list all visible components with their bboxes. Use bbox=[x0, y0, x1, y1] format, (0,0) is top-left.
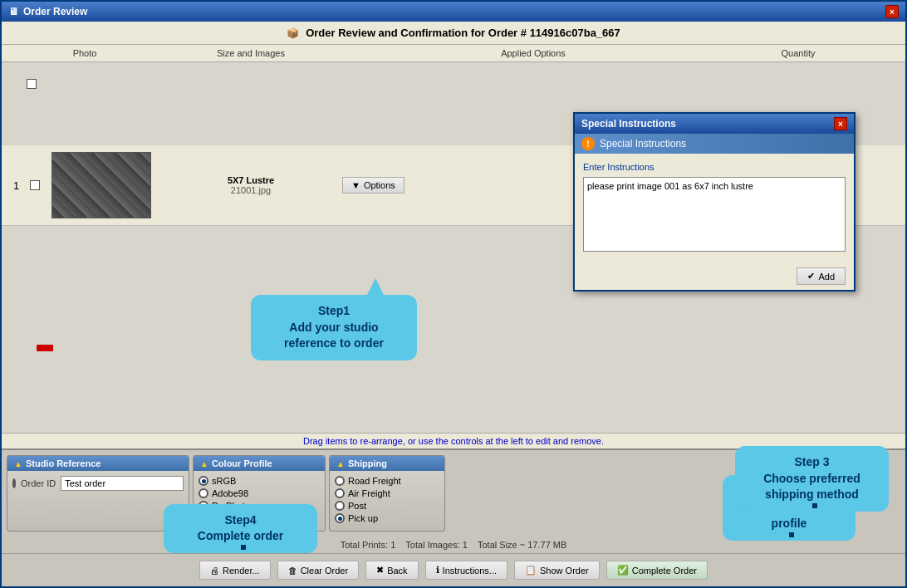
clear-order-button[interactable]: 🗑 Clear Order bbox=[277, 561, 359, 580]
options-button-label: Options bbox=[364, 180, 395, 190]
air-freight-radio[interactable] bbox=[335, 488, 345, 498]
col-header-size: Size and Images bbox=[126, 48, 375, 58]
shipping-panel: ▲ Shipping Road Freight Air Freight Post bbox=[329, 455, 445, 532]
add-button-label: Add bbox=[818, 272, 835, 282]
back-icon: ✖ bbox=[376, 565, 384, 576]
window-close-button[interactable]: × bbox=[885, 5, 899, 18]
title-bar-left: 🖥 Order Review bbox=[8, 6, 87, 17]
srgb-radio[interactable] bbox=[199, 476, 208, 486]
render-button[interactable]: 🖨 Render... bbox=[199, 561, 271, 580]
collapse-shipping-icon[interactable]: ▲ bbox=[336, 459, 345, 468]
title-bar: 🖥 Order Review × bbox=[2, 2, 905, 22]
total-images-label: Total Images: bbox=[405, 540, 459, 550]
colour-profile-title: Colour Profile bbox=[212, 458, 272, 468]
photo-thumbnail bbox=[51, 152, 151, 218]
pickup-radio[interactable] bbox=[335, 513, 345, 523]
header-title: Order Review and Confirmation for Order … bbox=[306, 27, 620, 39]
main-area: 1 5X7 Lustre 21001.jpg ▼ bbox=[2, 62, 905, 448]
total-prints-label: Total Prints: bbox=[341, 540, 388, 550]
options-dropdown-icon: ▼ bbox=[351, 180, 360, 190]
instructions-button[interactable]: ℹ Instructions... bbox=[425, 561, 507, 580]
shipping-header: ▲ Shipping bbox=[330, 456, 444, 471]
applied-options-cell: ▼ Options bbox=[342, 177, 591, 194]
add-icon: ✔ bbox=[807, 271, 815, 282]
order-list: 1 5X7 Lustre 21001.jpg ▼ bbox=[2, 62, 905, 433]
row-number: 1 bbox=[2, 179, 27, 192]
filename-label: 21001.jpg bbox=[159, 185, 342, 195]
studio-ref-header: ▲ Studio Reference bbox=[7, 456, 189, 471]
render-label: Render... bbox=[223, 566, 260, 576]
total-size-value: 17.77 MB bbox=[527, 540, 566, 550]
dialog-title-text: Special Instructions bbox=[581, 118, 676, 130]
instructions-icon: ℹ bbox=[436, 565, 439, 576]
dialog-title-bar: Special Instructions × bbox=[575, 114, 854, 134]
callout-step3: Step 3 Choose preferredshipping method bbox=[735, 446, 889, 512]
order-id-label: Order ID bbox=[21, 478, 56, 488]
complete-icon: ✅ bbox=[617, 565, 629, 576]
dialog-subtitle-bar: ! Special Instructions bbox=[575, 134, 854, 154]
photo-cell bbox=[43, 152, 159, 218]
total-prints-value: 1 bbox=[390, 540, 395, 550]
post-option: Post bbox=[335, 501, 439, 511]
main-window: 🖥 Order Review × 📦 Order Review and Conf… bbox=[0, 0, 907, 588]
adobe98-option: Adobe98 bbox=[199, 488, 320, 498]
window-icon: 🖥 bbox=[8, 6, 18, 17]
bottom-panel: Step 2 Choose colourprofile Step 3 Choos… bbox=[2, 448, 905, 586]
status-text: Drag items to re-arrange, or use the con… bbox=[303, 436, 604, 446]
callout-step4: Step4 Complete order bbox=[164, 504, 317, 553]
row-indicator bbox=[37, 345, 53, 351]
complete-order-button[interactable]: ✅ Complete Order bbox=[606, 561, 708, 580]
dialog-subtitle-text: Special Instructions bbox=[600, 138, 686, 149]
col-header-photo: Photo bbox=[43, 48, 126, 58]
column-headers: Photo Size and Images Applied Options Qu… bbox=[2, 45, 905, 62]
photo-image bbox=[52, 153, 150, 218]
options-button[interactable]: ▼ Options bbox=[342, 177, 404, 194]
studio-reference-panel: ▲ Studio Reference Order ID bbox=[7, 455, 189, 532]
air-freight-option: Air Freight bbox=[335, 488, 439, 498]
order-id-input[interactable] bbox=[61, 476, 184, 491]
clear-icon: 🗑 bbox=[288, 566, 297, 576]
row-select-checkbox[interactable] bbox=[30, 180, 40, 190]
dialog-body: Enter Instructions please print image 00… bbox=[575, 154, 854, 262]
collapse-icon[interactable]: ▲ bbox=[14, 459, 22, 468]
dialog-footer: ✔ Add bbox=[575, 262, 854, 290]
order-id-row: Order ID bbox=[12, 476, 184, 491]
total-images-value: 1 bbox=[463, 540, 468, 550]
srgb-option: sRGB bbox=[199, 476, 320, 486]
adobe98-radio[interactable] bbox=[199, 488, 208, 498]
row-checkbox[interactable] bbox=[27, 79, 37, 89]
show-order-button[interactable]: 📋 Show Order bbox=[514, 561, 600, 580]
back-button[interactable]: ✖ Back bbox=[365, 561, 418, 580]
info-icon: ! bbox=[581, 137, 595, 150]
header-bar: 📦 Order Review and Confirmation for Orde… bbox=[2, 22, 905, 45]
instructions-label: Enter Instructions bbox=[583, 162, 846, 172]
post-radio[interactable] bbox=[335, 501, 345, 511]
pickup-option: Pick up bbox=[335, 513, 439, 523]
col-header-options: Applied Options bbox=[375, 48, 691, 58]
clear-label: Clear Order bbox=[301, 566, 348, 576]
collapse-colour-icon[interactable]: ▲ bbox=[200, 459, 208, 468]
shipping-title: Shipping bbox=[348, 458, 387, 468]
road-freight-radio[interactable] bbox=[335, 476, 345, 486]
size-label: 5X7 Lustre bbox=[159, 175, 342, 185]
instructions-label: Instructions... bbox=[443, 566, 497, 576]
total-size-label: Total Size ~ bbox=[478, 540, 525, 550]
render-icon: 🖨 bbox=[210, 566, 219, 576]
dialog-container: Special Instructions × ! Special Instruc… bbox=[573, 112, 856, 292]
complete-label: Complete Order bbox=[632, 566, 697, 576]
radio-order-id[interactable] bbox=[12, 478, 16, 488]
special-instructions-dialog: Special Instructions × ! Special Instruc… bbox=[573, 112, 856, 292]
footer-buttons: 🖨 Render... 🗑 Clear Order ✖ Back ℹ Instr… bbox=[2, 553, 905, 586]
header-icon: 📦 bbox=[287, 27, 299, 39]
instructions-textarea[interactable]: please print image 001 as 6x7 inch lustr… bbox=[583, 177, 846, 252]
window-title: Order Review bbox=[23, 6, 87, 17]
studio-ref-title: Studio Reference bbox=[26, 458, 101, 468]
back-label: Back bbox=[387, 566, 407, 576]
dialog-close-button[interactable]: × bbox=[834, 117, 847, 130]
callout-step1: Step1 Add your studioreference to order bbox=[251, 295, 417, 360]
col-header-qty: Quantity bbox=[691, 48, 905, 58]
add-button[interactable]: ✔ Add bbox=[797, 267, 846, 285]
colour-profile-header: ▲ Colour Profile bbox=[194, 456, 325, 471]
show-order-icon: 📋 bbox=[525, 565, 537, 576]
show-order-label: Show Order bbox=[540, 566, 589, 576]
